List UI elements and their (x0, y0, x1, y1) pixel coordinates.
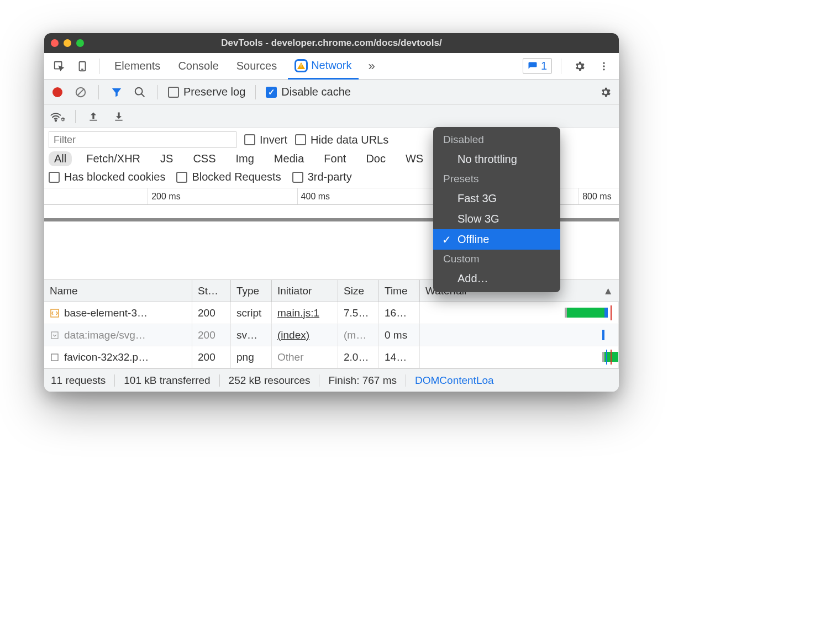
separator (99, 59, 100, 74)
filter-chip-font[interactable]: Font (318, 151, 351, 166)
column-header-initiator[interactable]: Initiator (272, 280, 338, 302)
checkbox-icon (244, 134, 255, 145)
status-requests: 11 requests (51, 374, 115, 387)
throttling-option-fast-3g[interactable]: Fast 3G (433, 188, 560, 209)
separator (561, 59, 561, 74)
network-toolbar: Preserve log Disable cache (44, 80, 619, 105)
document-file-icon (50, 352, 60, 362)
kebab-menu-icon[interactable] (595, 57, 613, 76)
request-name: favicon-32x32.p… (64, 351, 149, 363)
separator (157, 85, 158, 99)
throttling-option-no-throttling[interactable]: No throttling (433, 149, 560, 170)
request-row[interactable]: base-element-3… 200 script main.js:1 7.5… (44, 302, 619, 324)
requests-grid-body: base-element-3… 200 script main.js:1 7.5… (44, 302, 619, 368)
request-initiator: Other (277, 351, 304, 363)
throttling-option-slow-3g[interactable]: Slow 3G (433, 209, 560, 229)
request-type: sv… (236, 329, 257, 341)
checkbox-label: Invert (260, 134, 287, 146)
filter-chip-js[interactable]: JS (155, 151, 178, 166)
tab-label: Sources (236, 60, 277, 72)
filter-chip-doc[interactable]: Doc (360, 151, 391, 166)
request-initiator[interactable]: (index) (277, 329, 309, 341)
filter-chip-all[interactable]: All (49, 151, 72, 166)
filter-chip-img[interactable]: Img (230, 151, 260, 166)
search-icon[interactable] (132, 85, 148, 100)
blocked-requests-checkbox[interactable]: Blocked Requests (176, 171, 281, 183)
waterfall-bar (602, 330, 604, 340)
filter-icon[interactable] (109, 85, 124, 100)
preserve-log-checkbox[interactable]: Preserve log (168, 86, 245, 98)
request-time: 0 ms (385, 329, 407, 341)
svg-line-9 (141, 93, 145, 97)
svg-rect-14 (51, 332, 58, 339)
filter-input[interactable] (49, 131, 236, 148)
waterfall-load-mark (611, 305, 612, 320)
has-blocked-cookies-checkbox[interactable]: Has blocked cookies (49, 171, 165, 183)
svg-line-7 (78, 89, 84, 95)
status-finish: Finish: 767 ms (319, 374, 406, 387)
request-status: 200 (198, 329, 215, 341)
network-conditions-icon[interactable] (50, 109, 65, 124)
invert-checkbox[interactable]: Invert (244, 134, 287, 146)
device-toggle-icon[interactable] (73, 57, 92, 76)
checkbox-label: 3rd-party (308, 171, 352, 183)
upload-har-icon[interactable] (86, 109, 101, 124)
settings-icon[interactable] (570, 57, 589, 76)
checkbox-icon (168, 87, 179, 98)
checkbox-icon (176, 172, 187, 183)
request-initiator[interactable]: main.js:1 (277, 307, 319, 319)
status-resources: 252 kB resources (220, 374, 320, 387)
column-header-type[interactable]: Type (231, 280, 272, 302)
dropdown-section-label: Presets (433, 170, 560, 188)
column-header-size[interactable]: Size (338, 280, 379, 302)
hide-data-urls-checkbox[interactable]: Hide data URLs (295, 134, 388, 146)
request-row[interactable]: favicon-32x32.p… 200 png Other 2.0… 14… (44, 346, 619, 368)
clear-icon[interactable] (73, 85, 88, 100)
filter-chip-css[interactable]: CSS (187, 151, 221, 166)
download-har-icon[interactable] (111, 109, 127, 124)
svg-point-4 (603, 65, 604, 67)
disable-cache-checkbox[interactable]: Disable cache (266, 86, 351, 98)
column-header-name[interactable]: Name (44, 280, 192, 302)
devtools-window: DevTools - developer.chrome.com/docs/dev… (44, 33, 619, 392)
more-tabs-button[interactable]: » (363, 59, 381, 73)
checkbox-label: Blocked Requests (192, 171, 281, 183)
inspect-element-icon[interactable] (50, 57, 69, 76)
svg-point-8 (135, 87, 143, 94)
checkbox-label: Hide data URLs (311, 134, 388, 146)
tab-label: Elements (114, 60, 160, 72)
issues-count: 1 (541, 60, 547, 72)
window-title: DevTools - developer.chrome.com/docs/dev… (44, 38, 619, 49)
tab-sources[interactable]: Sources (230, 53, 283, 79)
request-time: 14… (385, 351, 407, 363)
tab-network[interactable]: Network (288, 54, 358, 80)
column-header-status[interactable]: St… (192, 280, 231, 302)
filter-chip-fetch[interactable]: Fetch/XHR (81, 151, 146, 166)
checkbox-label: Has blocked cookies (64, 171, 165, 183)
request-status: 200 (198, 351, 215, 363)
throttling-option-offline[interactable]: Offline (433, 229, 560, 250)
filter-chip-media[interactable]: Media (269, 151, 309, 166)
issues-button[interactable]: 1 (523, 58, 552, 74)
third-party-checkbox[interactable]: 3rd-party (292, 171, 352, 183)
tab-label: Network (311, 59, 351, 72)
request-size: 7.5… (344, 307, 369, 319)
separator (255, 85, 256, 99)
network-settings-icon[interactable] (598, 85, 613, 100)
separator (98, 85, 99, 99)
tab-console[interactable]: Console (171, 53, 225, 79)
warning-icon (294, 59, 308, 72)
throttling-option-add[interactable]: Add… (433, 268, 560, 289)
record-button[interactable] (50, 85, 65, 100)
main-tabbar: Elements Console Sources Network » 1 (44, 53, 619, 80)
waterfall-dcl-mark (606, 350, 607, 365)
svg-rect-11 (90, 119, 97, 120)
filter-chip-ws[interactable]: WS (400, 151, 429, 166)
svg-rect-15 (51, 354, 58, 361)
tab-elements[interactable]: Elements (108, 53, 167, 79)
checkbox-icon (292, 172, 303, 183)
svg-point-3 (603, 62, 604, 64)
column-header-time[interactable]: Time (379, 280, 420, 302)
request-size: (m… (344, 329, 366, 341)
request-row[interactable]: data:image/svg… 200 sv… (index) (m… 0 ms (44, 324, 619, 346)
